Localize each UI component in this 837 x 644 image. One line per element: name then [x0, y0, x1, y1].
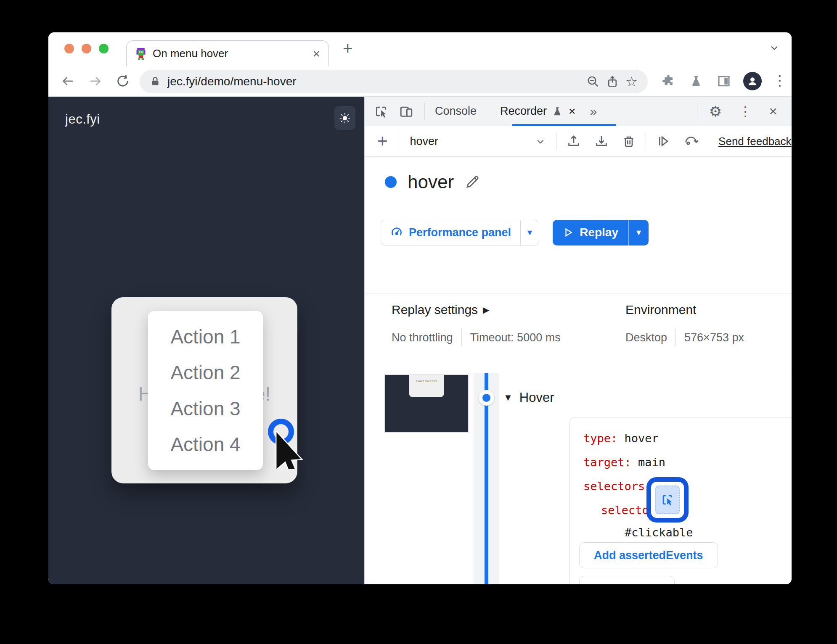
- close-window-button[interactable]: [64, 44, 74, 53]
- replay-button[interactable]: Replay ▾: [553, 220, 649, 245]
- send-feedback-link[interactable]: Send feedback: [718, 135, 791, 148]
- replay-arc-icon[interactable]: [683, 134, 699, 148]
- replay-settings-header[interactable]: Replay settings ▶: [392, 303, 561, 317]
- recording-select-chevron-icon[interactable]: [535, 136, 546, 147]
- code-key-selectors: selectors:: [583, 480, 652, 493]
- code-value-type: hover: [617, 432, 659, 445]
- pick-element-icon: [660, 493, 675, 507]
- performance-panel-caret[interactable]: ▾: [520, 220, 539, 245]
- tab-close-icon[interactable]: ×: [313, 47, 320, 61]
- step-list: Hover over me! ▼ Hover ⋮ type: hover tar…: [365, 373, 792, 584]
- speedometer-icon: [390, 226, 403, 239]
- new-tab-button[interactable]: +: [343, 39, 352, 58]
- experiments-flask-icon[interactable]: [689, 74, 703, 88]
- theme-toggle-button[interactable]: [334, 106, 355, 130]
- popup-menu: Action 1 Action 2 Action 3 Action 4: [148, 311, 263, 470]
- environment-label: Environment: [625, 303, 696, 317]
- delete-recording-trash-icon[interactable]: [622, 135, 636, 148]
- select-element-button-highlight[interactable]: [646, 477, 689, 523]
- browser-toolbar: jec.fyi/demo/menu-hover ☆ ⋮: [48, 66, 792, 97]
- export-recording-icon[interactable]: [594, 134, 609, 148]
- browser-window: On menu hover × + jec.fyi/demo/menu-hove…: [48, 32, 792, 584]
- extensions-puzzle-icon[interactable]: [662, 74, 675, 88]
- side-panel-icon[interactable]: [717, 74, 731, 88]
- forward-icon[interactable]: [88, 74, 103, 89]
- recording-select[interactable]: hover: [410, 135, 439, 148]
- minimize-window-button[interactable]: [82, 44, 91, 53]
- add-timeout-button[interactable]: Add timeout: [579, 576, 675, 584]
- screenshot-canvas: On menu hover × + jec.fyi/demo/menu-hove…: [0, 0, 837, 644]
- device-toolbar-icon[interactable]: [399, 104, 413, 119]
- step-title: Hover: [519, 390, 554, 405]
- recording-dot-icon: [385, 176, 397, 188]
- expand-triangle-icon: ▶: [483, 305, 489, 315]
- tab-recorder[interactable]: Recorder: [500, 105, 547, 118]
- select-element-button[interactable]: [655, 486, 680, 514]
- step-header[interactable]: ▼ Hover: [503, 390, 777, 405]
- more-tabs-icon[interactable]: »: [590, 104, 597, 119]
- import-recording-icon[interactable]: [567, 134, 581, 148]
- recording-title: hover: [408, 172, 454, 193]
- replay-label: Replay: [580, 226, 618, 239]
- profile-avatar[interactable]: [743, 72, 762, 90]
- reload-icon[interactable]: [116, 74, 130, 88]
- replay-caret[interactable]: ▾: [628, 220, 649, 245]
- play-icon: [563, 227, 574, 238]
- code-selector-value: #clickable: [625, 526, 693, 539]
- performance-panel-button[interactable]: Performance panel ▾: [381, 220, 539, 245]
- recorder-flask-icon: [552, 106, 563, 117]
- viewport-value: 576×753 px: [684, 331, 744, 344]
- inspect-element-icon[interactable]: [374, 104, 388, 119]
- menu-item[interactable]: Action 3: [170, 397, 240, 420]
- replay-settings-label: Replay settings: [392, 303, 478, 317]
- site-brand: jec.fyi: [65, 112, 100, 127]
- timeout-value: Timeout: 5000 ms: [470, 331, 561, 344]
- step-resume-icon[interactable]: [656, 134, 670, 148]
- zoom-out-icon[interactable]: [587, 75, 599, 88]
- bookmark-star-icon[interactable]: ☆: [625, 74, 638, 90]
- menu-item[interactable]: Action 2: [170, 361, 240, 384]
- step-editor[interactable]: type: hover target: main selectors: sele…: [569, 417, 792, 584]
- address-bar[interactable]: jec.fyi/demo/menu-hover ☆: [140, 70, 648, 93]
- recorder-tab-close-icon[interactable]: ×: [569, 105, 575, 118]
- code-value-target: main: [631, 456, 665, 469]
- add-asserted-events-button[interactable]: Add assertedEvents: [579, 542, 718, 568]
- devtools-close-icon[interactable]: ×: [769, 103, 777, 119]
- tab-search-chevron-icon[interactable]: [768, 42, 780, 53]
- devtools-panel: Console Recorder × » ⚙ ⋮ × + hover: [364, 97, 792, 584]
- thumbnail-text: Hover over me!: [416, 380, 437, 383]
- traffic-lights: [64, 44, 109, 53]
- code-key-target: target:: [583, 456, 631, 469]
- url-text: jec.fyi/demo/menu-hover: [167, 75, 580, 88]
- mouse-cursor-icon: [273, 431, 307, 469]
- thumbnail-card: Hover over me!: [409, 375, 444, 397]
- recording-actions-row: Performance panel ▾ Replay ▾: [365, 209, 792, 256]
- tab-title: On menu hover: [153, 47, 307, 60]
- browser-tab[interactable]: On menu hover ×: [126, 40, 329, 66]
- step-thumbnail[interactable]: Hover over me!: [384, 374, 469, 433]
- edit-title-pencil-icon[interactable]: [465, 174, 480, 190]
- back-icon[interactable]: [60, 74, 75, 89]
- share-icon[interactable]: [606, 75, 619, 88]
- recorder-toolbar: + hover Send feedback: [365, 126, 792, 157]
- rendered-page: jec.fyi Hover over me! Action 1 Action 2…: [48, 97, 364, 584]
- environment-header: Environment: [625, 303, 744, 317]
- devtools-menu-kebab-icon[interactable]: ⋮: [739, 103, 752, 119]
- device-value: Desktop: [625, 331, 667, 344]
- code-key-type: type:: [583, 432, 617, 445]
- recording-title-row: hover: [365, 157, 792, 207]
- collapse-triangle-icon[interactable]: ▼: [503, 392, 513, 403]
- favicon: [135, 48, 147, 60]
- lock-icon: [150, 76, 161, 87]
- tab-console[interactable]: Console: [435, 105, 477, 118]
- tab-strip: On menu hover × +: [48, 32, 792, 66]
- browser-menu-kebab-icon[interactable]: ⋮: [773, 72, 787, 89]
- devtools-settings-gear-icon[interactable]: ⚙: [709, 103, 722, 120]
- throttling-value: No throttling: [392, 331, 453, 344]
- zoom-window-button[interactable]: [99, 44, 109, 53]
- sun-icon: [339, 112, 351, 124]
- menu-item[interactable]: Action 4: [170, 433, 240, 456]
- timeline-step-dot[interactable]: [479, 390, 494, 406]
- performance-panel-label: Performance panel: [409, 226, 511, 239]
- menu-item[interactable]: Action 1: [170, 325, 240, 348]
